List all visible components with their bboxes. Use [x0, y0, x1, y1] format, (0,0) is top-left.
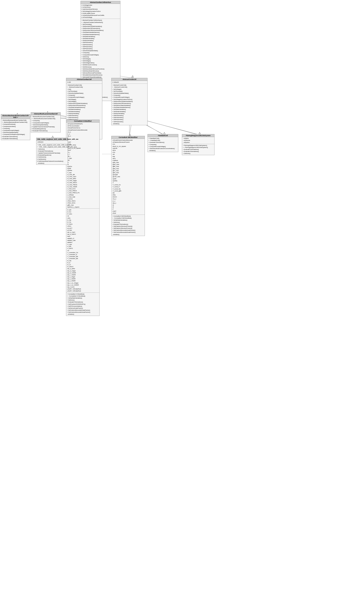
- box-abstract-backward-euler: AbstractBackwardEulerCardiacCell< SIZE >…: [1, 114, 30, 140]
- constructors-section-corrias: + CorriasButt CCModified() + ~CorriasBut…: [66, 293, 99, 316]
- svg-marker-22: [199, 132, 200, 134]
- svg-marker-28: [52, 136, 54, 138]
- methods-section: + AbstractCvodeCell() + ~AbstractCvodeCe…: [111, 84, 147, 125]
- attributes-section: -mFractionOfVDDRInPU -mP3Concentration -…: [66, 122, 99, 209]
- attributes-section-smc: -mScaleFactorCarbonMonoxide -mFakelocSti…: [111, 139, 145, 215]
- svg-marker-20: [164, 132, 165, 134]
- methods-section-corrias: -P_ER -P_PU -P_intro -ns -mDx -K_Na -K_C…: [66, 209, 99, 293]
- attributes-section-fitzhugh: - mAlpha - mGamma - mEpsilon: [182, 137, 214, 144]
- methods-section-fake: + FakeBathCell() + ~FakeBathCell() + Eva…: [148, 137, 178, 152]
- attributes-section: # mDt: [66, 81, 102, 84]
- arrows-layer: [0, 0, 364, 595]
- svg-line-13: [120, 76, 132, 78]
- box-cml-noble: CML_noble_varghese_kohl_noble_1998_basic…: [36, 138, 68, 165]
- attributes-section: # mVoltageIndex # mOdeSolver # mpIntrace…: [81, 4, 120, 19]
- methods-section-fitzhugh: + FitzHughNagumo1961OdeSystem() + ~FitzH…: [182, 144, 214, 155]
- box-header-corrias-smc: CorriasButt SMCModified: [111, 136, 145, 139]
- attributes-section-cml: -mStretch: [36, 141, 68, 143]
- svg-marker-14: [132, 76, 134, 77]
- box-header-abstract-cardiac-cell: AbstractCardiacCell: [66, 78, 102, 81]
- box-header-cml-noble: CML_noble_varghese_kohl_noble_1998_basic…: [36, 138, 68, 141]
- box-abstract-cvode-cell: AbstractCvodeCell # mMaxDt + AbstractCvo…: [111, 78, 148, 125]
- methods-section-backward: + AbstractBackwardEulerCardiacCell() + ~…: [1, 119, 30, 140]
- methods-section-smc: + CorriasButt SMCModified() + ~CorriasBu…: [111, 215, 145, 236]
- box-corrias-butt-cc-modified: CorriasButt CCModified -mFractionOfVDDRI…: [66, 120, 100, 316]
- box-corrias-smc-modified: CorriasButt SMCModified -mScaleFactorCar…: [111, 136, 145, 236]
- attributes-section: # mMaxDt: [111, 81, 147, 84]
- methods-section-cml: + CML_noble_varghese_kohl_noble_1998_bas…: [36, 143, 68, 164]
- box-header-abstract-cvode-cell: AbstractCvodeCell: [111, 78, 147, 81]
- svg-marker-18: [129, 134, 131, 136]
- box-abstract-rush-larsen: AbstractRushLarsenCardiacCell + Abstract…: [31, 112, 61, 133]
- box-fake-bath-cell: FakeBathCell + FakeBathCell() + ~FakeBat…: [148, 134, 178, 152]
- uml-diagram: AbstractCardiacCellInterface # mVoltageI…: [0, 0, 364, 595]
- box-header-fake-bath-cell: FakeBathCell: [148, 134, 178, 137]
- box-header-abstract-cardiac-cell-interface: AbstractCardiacCellInterface: [81, 1, 120, 4]
- box-header-backward-euler: AbstractBackwardEulerCardiacCell< SIZE >: [1, 114, 30, 119]
- svg-line-21: [139, 119, 199, 135]
- box-header-corrias: CorriasButt CCModified: [66, 120, 99, 122]
- box-header-fitzhugh: FitzHughNagumo1961OdeSystem: [182, 134, 214, 137]
- methods-section-rush: + AbstractRushLarsenCardiacCell() + ~Abs…: [31, 115, 61, 132]
- svg-line-9: [139, 119, 199, 135]
- box-header-rush-larsen: AbstractRushLarsenCardiacCell: [31, 113, 61, 115]
- box-fitzhugh: FitzHughNagumo1961OdeSystem - mAlpha - m…: [182, 134, 214, 155]
